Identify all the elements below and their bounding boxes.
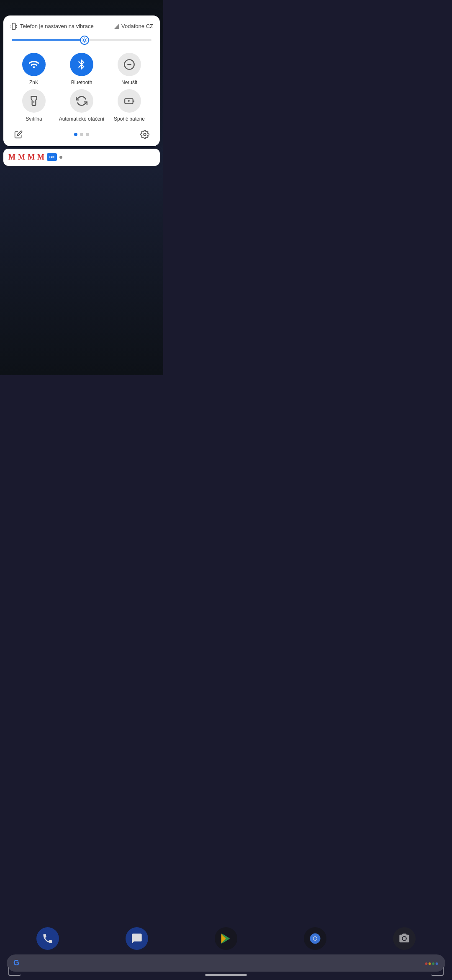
status-row: Telefon je nastaven na vibrace Vodafone … [10,22,153,30]
brightness-row[interactable] [10,36,153,44]
page-dot-2 [80,133,83,136]
slider-fill [12,39,85,41]
toggle-flashlight[interactable]: Svítilna [10,89,58,123]
quick-settings-panel: Telefon je nastaven na vibrace Vodafone … [3,15,160,146]
home-screen-area [0,166,163,375]
toggle-battery[interactable]: Spořič baterie [105,89,153,123]
svg-point-7 [83,39,86,41]
svg-line-15 [86,38,86,39]
bluetooth-toggle-circle[interactable] [70,53,93,76]
pencil-icon [14,130,23,139]
google-news-icon: G≡ [47,153,57,161]
bluetooth-icon [76,59,87,70]
gmail-icon-2: M [18,153,25,162]
toggle-grid: ZnK Bluetooth Nerušit [10,53,153,123]
edit-button[interactable] [12,128,25,141]
toggle-autorotate[interactable]: Automatické otáčení [58,89,105,123]
dnd-icon [123,59,135,70]
page-dot-1 [74,133,77,136]
svg-line-14 [82,41,83,42]
autorotate-toggle-circle[interactable] [70,89,93,113]
battery-label: Spořič baterie [114,116,145,123]
dnd-toggle-circle[interactable] [118,53,141,76]
vibrate-text: Telefon je nastaven na vibrace [20,23,94,29]
bluetooth-label: Bluetooth [71,80,92,86]
flashlight-icon [28,95,39,106]
settings-button[interactable] [138,128,152,141]
sun-icon [82,37,87,43]
panel-footer [10,128,153,141]
battery-toggle-circle[interactable] [118,89,141,113]
signal-bars-icon [114,23,120,29]
vibrate-icon [10,22,18,30]
svg-rect-1 [12,23,15,29]
flashlight-toggle-circle[interactable] [22,89,46,113]
notification-strip[interactable]: M M M M G≡ [3,149,160,166]
autorotate-label: Automatické otáčení [59,116,105,123]
toggle-bluetooth[interactable]: Bluetooth [58,53,105,86]
svg-marker-6 [114,23,119,29]
gmail-icon-3: M [28,153,35,162]
wifi-toggle-circle[interactable] [22,53,46,76]
slider-thumb[interactable] [80,36,89,45]
toggle-wifi[interactable]: ZnK [10,53,58,86]
toggle-dnd[interactable]: Nerušit [105,53,153,86]
flashlight-label: Svítilna [26,116,42,123]
dnd-label: Nerušit [121,80,137,86]
svg-line-11 [86,41,86,42]
svg-line-10 [82,38,83,39]
battery-saver-icon [124,95,135,106]
svg-point-23 [144,133,146,136]
carrier-text: Vodafone CZ [121,23,153,29]
brightness-slider[interactable] [12,36,152,44]
wifi-icon [28,59,40,70]
page-dot-3 [86,133,89,136]
gmail-icon-1: M [8,153,15,162]
settings-gear-icon [140,130,149,139]
autorotate-icon [76,95,87,107]
notification-overflow-dot [59,156,62,159]
gmail-icon-4: M [37,153,44,162]
page-indicators [74,133,89,136]
wifi-label: ZnK [29,80,39,86]
vibrate-info: Telefon je nastaven na vibrace [10,22,94,30]
carrier-info-panel: Vodafone CZ [114,23,153,29]
